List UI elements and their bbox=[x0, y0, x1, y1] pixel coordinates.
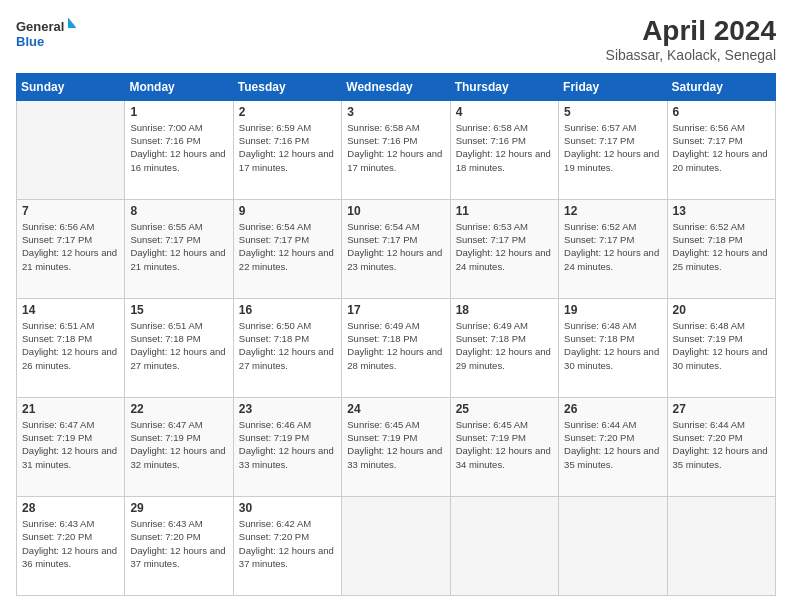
day-number: 26 bbox=[564, 402, 661, 416]
header-monday: Monday bbox=[125, 73, 233, 100]
day-detail: Sunrise: 6:50 AMSunset: 7:18 PMDaylight:… bbox=[239, 319, 336, 372]
day-detail: Sunrise: 6:59 AMSunset: 7:16 PMDaylight:… bbox=[239, 121, 336, 174]
day-detail: Sunrise: 6:52 AMSunset: 7:18 PMDaylight:… bbox=[673, 220, 770, 273]
day-detail: Sunrise: 6:49 AMSunset: 7:18 PMDaylight:… bbox=[456, 319, 553, 372]
day-detail: Sunrise: 6:44 AMSunset: 7:20 PMDaylight:… bbox=[673, 418, 770, 471]
header-friday: Friday bbox=[559, 73, 667, 100]
day-detail: Sunrise: 6:58 AMSunset: 7:16 PMDaylight:… bbox=[456, 121, 553, 174]
table-row: 1Sunrise: 7:00 AMSunset: 7:16 PMDaylight… bbox=[125, 100, 233, 199]
calendar-table: Sunday Monday Tuesday Wednesday Thursday… bbox=[16, 73, 776, 596]
svg-text:Blue: Blue bbox=[16, 34, 44, 49]
day-detail: Sunrise: 6:56 AMSunset: 7:17 PMDaylight:… bbox=[22, 220, 119, 273]
day-number: 14 bbox=[22, 303, 119, 317]
day-detail: Sunrise: 6:55 AMSunset: 7:17 PMDaylight:… bbox=[130, 220, 227, 273]
day-number: 5 bbox=[564, 105, 661, 119]
table-row: 28Sunrise: 6:43 AMSunset: 7:20 PMDayligh… bbox=[17, 496, 125, 595]
day-detail: Sunrise: 6:56 AMSunset: 7:17 PMDaylight:… bbox=[673, 121, 770, 174]
logo-svg: General Blue bbox=[16, 16, 76, 52]
day-number: 11 bbox=[456, 204, 553, 218]
day-number: 20 bbox=[673, 303, 770, 317]
table-row: 5Sunrise: 6:57 AMSunset: 7:17 PMDaylight… bbox=[559, 100, 667, 199]
calendar-week-2: 7Sunrise: 6:56 AMSunset: 7:17 PMDaylight… bbox=[17, 199, 776, 298]
day-number: 8 bbox=[130, 204, 227, 218]
day-detail: Sunrise: 6:52 AMSunset: 7:17 PMDaylight:… bbox=[564, 220, 661, 273]
day-number: 28 bbox=[22, 501, 119, 515]
day-detail: Sunrise: 6:54 AMSunset: 7:17 PMDaylight:… bbox=[347, 220, 444, 273]
svg-text:General: General bbox=[16, 19, 64, 34]
table-row: 10Sunrise: 6:54 AMSunset: 7:17 PMDayligh… bbox=[342, 199, 450, 298]
day-number: 18 bbox=[456, 303, 553, 317]
page-header: General Blue April 2024 Sibassar, Kaolac… bbox=[16, 16, 776, 63]
day-number: 25 bbox=[456, 402, 553, 416]
day-number: 22 bbox=[130, 402, 227, 416]
table-row: 25Sunrise: 6:45 AMSunset: 7:19 PMDayligh… bbox=[450, 397, 558, 496]
table-row: 24Sunrise: 6:45 AMSunset: 7:19 PMDayligh… bbox=[342, 397, 450, 496]
day-number: 3 bbox=[347, 105, 444, 119]
table-row bbox=[17, 100, 125, 199]
table-row: 6Sunrise: 6:56 AMSunset: 7:17 PMDaylight… bbox=[667, 100, 775, 199]
day-detail: Sunrise: 6:48 AMSunset: 7:18 PMDaylight:… bbox=[564, 319, 661, 372]
day-detail: Sunrise: 6:49 AMSunset: 7:18 PMDaylight:… bbox=[347, 319, 444, 372]
day-number: 4 bbox=[456, 105, 553, 119]
day-number: 6 bbox=[673, 105, 770, 119]
table-row: 16Sunrise: 6:50 AMSunset: 7:18 PMDayligh… bbox=[233, 298, 341, 397]
day-number: 21 bbox=[22, 402, 119, 416]
table-row: 2Sunrise: 6:59 AMSunset: 7:16 PMDaylight… bbox=[233, 100, 341, 199]
day-detail: Sunrise: 6:48 AMSunset: 7:19 PMDaylight:… bbox=[673, 319, 770, 372]
day-number: 30 bbox=[239, 501, 336, 515]
day-number: 29 bbox=[130, 501, 227, 515]
page-subtitle: Sibassar, Kaolack, Senegal bbox=[606, 47, 776, 63]
table-row: 11Sunrise: 6:53 AMSunset: 7:17 PMDayligh… bbox=[450, 199, 558, 298]
day-detail: Sunrise: 6:57 AMSunset: 7:17 PMDaylight:… bbox=[564, 121, 661, 174]
day-number: 10 bbox=[347, 204, 444, 218]
table-row: 23Sunrise: 6:46 AMSunset: 7:19 PMDayligh… bbox=[233, 397, 341, 496]
day-detail: Sunrise: 6:51 AMSunset: 7:18 PMDaylight:… bbox=[22, 319, 119, 372]
header-wednesday: Wednesday bbox=[342, 73, 450, 100]
table-row: 26Sunrise: 6:44 AMSunset: 7:20 PMDayligh… bbox=[559, 397, 667, 496]
table-row: 19Sunrise: 6:48 AMSunset: 7:18 PMDayligh… bbox=[559, 298, 667, 397]
table-row: 15Sunrise: 6:51 AMSunset: 7:18 PMDayligh… bbox=[125, 298, 233, 397]
day-number: 15 bbox=[130, 303, 227, 317]
table-row: 9Sunrise: 6:54 AMSunset: 7:17 PMDaylight… bbox=[233, 199, 341, 298]
calendar-week-3: 14Sunrise: 6:51 AMSunset: 7:18 PMDayligh… bbox=[17, 298, 776, 397]
day-number: 12 bbox=[564, 204, 661, 218]
day-detail: Sunrise: 6:53 AMSunset: 7:17 PMDaylight:… bbox=[456, 220, 553, 273]
table-row bbox=[450, 496, 558, 595]
day-detail: Sunrise: 6:42 AMSunset: 7:20 PMDaylight:… bbox=[239, 517, 336, 570]
calendar-week-4: 21Sunrise: 6:47 AMSunset: 7:19 PMDayligh… bbox=[17, 397, 776, 496]
day-detail: Sunrise: 6:44 AMSunset: 7:20 PMDaylight:… bbox=[564, 418, 661, 471]
table-row bbox=[342, 496, 450, 595]
day-number: 1 bbox=[130, 105, 227, 119]
calendar-week-5: 28Sunrise: 6:43 AMSunset: 7:20 PMDayligh… bbox=[17, 496, 776, 595]
day-detail: Sunrise: 6:45 AMSunset: 7:19 PMDaylight:… bbox=[456, 418, 553, 471]
day-detail: Sunrise: 6:43 AMSunset: 7:20 PMDaylight:… bbox=[22, 517, 119, 570]
table-row bbox=[667, 496, 775, 595]
header-tuesday: Tuesday bbox=[233, 73, 341, 100]
table-row: 27Sunrise: 6:44 AMSunset: 7:20 PMDayligh… bbox=[667, 397, 775, 496]
page-title: April 2024 bbox=[606, 16, 776, 47]
calendar-header-row: Sunday Monday Tuesday Wednesday Thursday… bbox=[17, 73, 776, 100]
header-saturday: Saturday bbox=[667, 73, 775, 100]
table-row: 4Sunrise: 6:58 AMSunset: 7:16 PMDaylight… bbox=[450, 100, 558, 199]
table-row: 12Sunrise: 6:52 AMSunset: 7:17 PMDayligh… bbox=[559, 199, 667, 298]
header-sunday: Sunday bbox=[17, 73, 125, 100]
table-row: 3Sunrise: 6:58 AMSunset: 7:16 PMDaylight… bbox=[342, 100, 450, 199]
table-row: 7Sunrise: 6:56 AMSunset: 7:17 PMDaylight… bbox=[17, 199, 125, 298]
calendar-week-1: 1Sunrise: 7:00 AMSunset: 7:16 PMDaylight… bbox=[17, 100, 776, 199]
day-number: 17 bbox=[347, 303, 444, 317]
day-detail: Sunrise: 6:46 AMSunset: 7:19 PMDaylight:… bbox=[239, 418, 336, 471]
header-thursday: Thursday bbox=[450, 73, 558, 100]
day-number: 7 bbox=[22, 204, 119, 218]
day-number: 2 bbox=[239, 105, 336, 119]
day-number: 13 bbox=[673, 204, 770, 218]
day-detail: Sunrise: 7:00 AMSunset: 7:16 PMDaylight:… bbox=[130, 121, 227, 174]
day-number: 9 bbox=[239, 204, 336, 218]
day-number: 23 bbox=[239, 402, 336, 416]
day-detail: Sunrise: 6:47 AMSunset: 7:19 PMDaylight:… bbox=[22, 418, 119, 471]
table-row: 22Sunrise: 6:47 AMSunset: 7:19 PMDayligh… bbox=[125, 397, 233, 496]
table-row bbox=[559, 496, 667, 595]
table-row: 18Sunrise: 6:49 AMSunset: 7:18 PMDayligh… bbox=[450, 298, 558, 397]
day-detail: Sunrise: 6:54 AMSunset: 7:17 PMDaylight:… bbox=[239, 220, 336, 273]
table-row: 14Sunrise: 6:51 AMSunset: 7:18 PMDayligh… bbox=[17, 298, 125, 397]
day-number: 16 bbox=[239, 303, 336, 317]
